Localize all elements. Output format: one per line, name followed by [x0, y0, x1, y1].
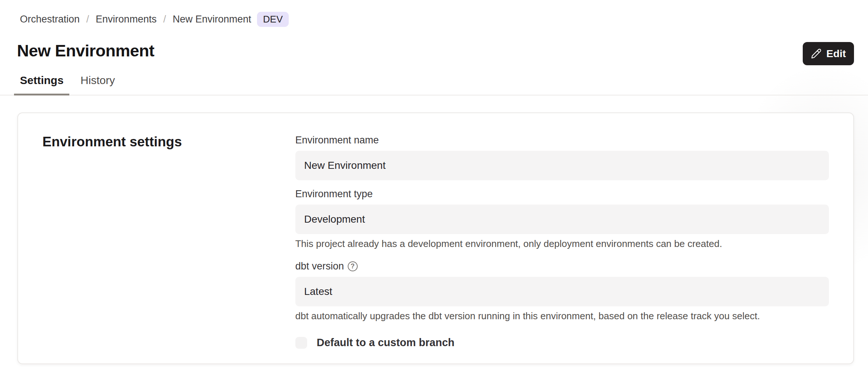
- page-header: New Environment Edit: [17, 38, 854, 64]
- breadcrumb-orchestration[interactable]: Orchestration: [20, 14, 80, 25]
- pencil-icon: [811, 48, 822, 59]
- card-heading: Environment settings: [42, 134, 295, 343]
- custom-branch-label: Default to a custom branch: [317, 337, 455, 349]
- tab-history[interactable]: History: [74, 73, 121, 95]
- tab-divider: [0, 95, 868, 95]
- dbt-version-input[interactable]: Latest: [295, 277, 829, 306]
- environment-settings-card: Environment settings Environment name Ne…: [17, 112, 854, 364]
- dbt-version-label: dbt version: [295, 260, 344, 272]
- field-dbt-version: dbt version ? Latest dbt automatically u…: [295, 260, 829, 322]
- environment-page: Orchestration / Environments / New Envir…: [0, 0, 868, 376]
- breadcrumb-current-page: New Environment: [173, 14, 251, 25]
- edit-button[interactable]: Edit: [803, 42, 854, 65]
- environment-type-input[interactable]: Development: [295, 205, 829, 234]
- page-title: New Environment: [17, 38, 854, 63]
- environment-type-label: Environment type: [295, 188, 829, 200]
- tab-settings[interactable]: Settings: [14, 73, 69, 95]
- breadcrumb-separator: /: [163, 14, 166, 25]
- dbt-version-helper-text: dbt automatically upgrades the dbt versi…: [295, 310, 829, 322]
- custom-branch-row: Default to a custom branch: [295, 337, 829, 349]
- edit-button-label: Edit: [826, 48, 846, 60]
- field-environment-name: Environment name New Environment: [295, 134, 829, 180]
- field-environment-type: Environment type Development This projec…: [295, 188, 829, 250]
- breadcrumb-environments[interactable]: Environments: [96, 14, 157, 25]
- environment-type-helper-text: This project already has a development e…: [295, 238, 829, 250]
- env-dev-badge: DEV: [257, 12, 288, 27]
- breadcrumb: Orchestration / Environments / New Envir…: [20, 11, 289, 27]
- help-circle-icon[interactable]: ?: [348, 261, 358, 271]
- environment-settings-form: Environment name New Environment Environ…: [295, 134, 829, 343]
- environment-name-input[interactable]: New Environment: [295, 151, 829, 180]
- custom-branch-checkbox[interactable]: [295, 337, 307, 349]
- tab-bar: Settings History: [14, 73, 121, 95]
- tab-history-label: History: [80, 74, 115, 86]
- breadcrumb-separator: /: [86, 14, 89, 25]
- environment-name-label: Environment name: [295, 134, 829, 146]
- tab-settings-label: Settings: [20, 74, 63, 86]
